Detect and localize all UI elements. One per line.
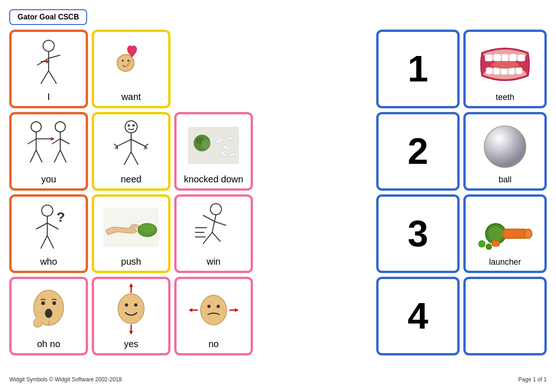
right-card-ball[interactable]: ball xyxy=(463,112,547,191)
right-card-2[interactable]: 2 xyxy=(376,112,460,191)
footer: Widgit Symbols © Widgit Software 2002-20… xyxy=(9,376,547,383)
svg-marker-80 xyxy=(129,331,133,335)
svg-point-49 xyxy=(42,205,53,216)
svg-line-60 xyxy=(212,215,216,232)
svg-line-22 xyxy=(54,150,60,162)
svg-line-23 xyxy=(60,150,66,162)
right-card-teeth[interactable]: teeth xyxy=(463,30,547,108)
svg-point-104 xyxy=(479,241,485,247)
svg-line-72 xyxy=(37,319,49,321)
launcher-label: launcher xyxy=(489,257,521,267)
card-I[interactable]: I xyxy=(9,30,88,108)
svg-line-14 xyxy=(28,139,36,144)
right-grid: 1 xyxy=(376,30,547,355)
svg-point-70 xyxy=(52,301,56,305)
card-no[interactable]: no xyxy=(174,277,253,355)
svg-point-83 xyxy=(217,305,220,308)
card-need[interactable]: need xyxy=(92,112,171,191)
svg-point-81 xyxy=(201,295,227,325)
card-knocked-image xyxy=(180,118,247,172)
card-push[interactable]: push xyxy=(92,194,171,273)
card-I-label: I xyxy=(47,92,50,102)
header-box: Gator Goal CSCB xyxy=(9,9,87,25)
svg-point-76 xyxy=(134,303,138,306)
number-1: 1 xyxy=(408,50,429,87)
svg-rect-89 xyxy=(493,54,501,61)
card-win-image xyxy=(180,200,247,255)
svg-point-71 xyxy=(45,309,52,318)
svg-point-99 xyxy=(484,126,526,168)
svg-line-39 xyxy=(131,152,138,165)
svg-point-9 xyxy=(122,60,124,62)
svg-text:?: ? xyxy=(57,209,65,224)
number-2: 2 xyxy=(408,133,429,170)
right-section: 1 xyxy=(376,30,547,373)
svg-marker-25 xyxy=(51,137,55,141)
svg-point-8 xyxy=(117,55,134,71)
svg-rect-94 xyxy=(493,68,500,75)
main-content: I xyxy=(9,30,547,373)
svg-line-61 xyxy=(203,215,215,222)
svg-line-4 xyxy=(41,71,49,84)
right-card-4[interactable]: 4 xyxy=(376,277,460,355)
svg-line-21 xyxy=(60,139,70,144)
svg-marker-85 xyxy=(189,308,192,312)
svg-point-74 xyxy=(118,294,144,324)
card-no-image xyxy=(180,283,247,337)
footer-left: Widgit Symbols © Widgit Software 2002-20… xyxy=(9,376,122,383)
card-need-image xyxy=(98,118,164,172)
svg-rect-95 xyxy=(501,68,507,75)
svg-point-27 xyxy=(128,125,130,126)
right-card-launcher[interactable]: launcher xyxy=(463,194,547,273)
card-I-image xyxy=(15,36,82,90)
card-knocked-down[interactable]: knocked down xyxy=(174,112,253,191)
svg-line-54 xyxy=(47,236,54,249)
card-win[interactable]: win xyxy=(174,194,253,273)
card-who-label: who xyxy=(40,256,57,267)
svg-line-63 xyxy=(203,232,212,244)
svg-point-12 xyxy=(31,122,41,132)
svg-line-5 xyxy=(49,71,57,84)
card-who[interactable]: ? who xyxy=(9,194,88,273)
svg-marker-78 xyxy=(129,283,133,287)
card-yes[interactable]: yes xyxy=(92,277,171,355)
svg-rect-88 xyxy=(485,55,493,61)
svg-rect-97 xyxy=(516,68,522,74)
svg-marker-87 xyxy=(235,308,239,312)
left-grid: I xyxy=(9,30,253,373)
card-push-image xyxy=(98,200,164,255)
card-oh-no[interactable]: oh no xyxy=(9,277,88,355)
svg-line-38 xyxy=(124,152,131,165)
svg-point-18 xyxy=(55,122,65,132)
svg-point-28 xyxy=(133,125,134,126)
card-ohno-label: oh no xyxy=(37,339,60,349)
teeth-label: teeth xyxy=(496,93,514,102)
card-need-label: need xyxy=(121,174,142,185)
svg-point-0 xyxy=(43,40,54,51)
svg-rect-90 xyxy=(502,54,508,61)
card-yes-label: yes xyxy=(124,339,138,349)
card-you-label: you xyxy=(41,174,56,185)
card-want[interactable]: want xyxy=(92,30,171,108)
card-who-image: ? xyxy=(15,200,82,255)
svg-point-75 xyxy=(125,303,128,306)
svg-point-58 xyxy=(140,224,154,233)
card-yes-image xyxy=(98,283,164,337)
svg-line-32 xyxy=(114,144,117,146)
right-card-empty xyxy=(463,277,547,355)
svg-point-69 xyxy=(41,301,45,305)
ball-image xyxy=(477,118,533,175)
svg-line-35 xyxy=(145,144,148,146)
svg-line-16 xyxy=(30,150,36,162)
card-ohno-image xyxy=(15,283,82,337)
right-card-1[interactable]: 1 xyxy=(376,30,460,108)
teeth-image xyxy=(475,36,535,93)
svg-rect-93 xyxy=(486,68,493,74)
svg-point-59 xyxy=(210,204,221,215)
card-you[interactable]: you xyxy=(9,112,88,191)
svg-line-3 xyxy=(49,55,60,58)
launcher-image xyxy=(473,200,537,257)
card-knocked-label: knocked down xyxy=(184,174,243,185)
svg-point-10 xyxy=(127,60,129,62)
right-card-3[interactable]: 3 xyxy=(376,194,460,273)
